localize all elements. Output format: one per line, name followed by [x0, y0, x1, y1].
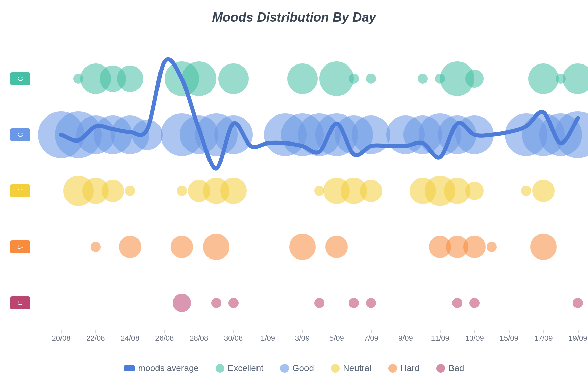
svg-point-0 — [18, 77, 19, 78]
legend-label: Excellent — [228, 363, 264, 373]
bubble-bad — [573, 298, 583, 308]
svg-line-9 — [18, 248, 22, 249]
moods-average-line — [44, 51, 578, 331]
bubble-good — [352, 115, 390, 154]
bubble-neutral — [125, 186, 135, 196]
y-icon-hard — [10, 240, 30, 253]
bubble-excellent — [366, 74, 376, 84]
svg-point-11 — [21, 301, 22, 302]
bubble-hard — [119, 236, 141, 258]
bubble-good — [214, 115, 253, 154]
bubble-neutral — [360, 180, 382, 202]
moods-chart: Moods Distribution By Day 20/0822/0824/0… — [0, 0, 588, 387]
x-tick: 24/08 — [121, 334, 139, 343]
svg-point-5 — [21, 189, 22, 190]
legend-swatch — [388, 364, 397, 373]
bubble-excellent — [287, 63, 318, 94]
svg-point-2 — [18, 133, 19, 134]
x-tick: 3/09 — [295, 334, 310, 343]
svg-point-8 — [21, 245, 22, 246]
legend-item[interactable]: Hard — [388, 363, 419, 373]
bubble-neutral — [465, 182, 484, 200]
x-axis — [44, 331, 578, 331]
bubble-neutral — [177, 186, 187, 196]
legend-label: Good — [292, 363, 314, 373]
legend-label: Bad — [448, 363, 464, 373]
y-icon-good — [10, 128, 30, 141]
bubble-excellent — [182, 61, 216, 96]
bubble-bad — [452, 298, 462, 308]
bubble-hard — [530, 234, 557, 260]
svg-point-7 — [18, 245, 19, 246]
bubble-bad — [366, 298, 376, 308]
legend-label: moods average — [138, 363, 199, 373]
bubble-hard — [463, 236, 486, 258]
y-icon-excellent — [10, 72, 30, 85]
bubble-hard — [289, 234, 316, 260]
bubble-bad — [314, 298, 324, 308]
legend-item[interactable]: moods average — [124, 363, 199, 373]
gridline — [44, 275, 578, 275]
bubble-neutral — [521, 186, 531, 196]
svg-point-4 — [18, 189, 19, 190]
bubble-hard — [487, 242, 497, 252]
svg-point-10 — [18, 301, 19, 302]
bubble-neutral — [532, 180, 555, 202]
legend-item[interactable]: Good — [280, 363, 314, 373]
bubble-good — [455, 115, 494, 154]
bubble-excellent — [563, 63, 588, 94]
x-tick: 11/09 — [431, 334, 449, 343]
x-tick: 19/09 — [568, 334, 587, 343]
legend-label: Neutral — [343, 363, 371, 373]
bubble-bad — [173, 294, 191, 312]
bubble-good — [132, 120, 163, 150]
x-tick: 26/08 — [155, 334, 174, 343]
bubble-excellent — [218, 63, 249, 94]
bubble-bad — [211, 298, 221, 308]
legend-swatch — [436, 364, 445, 373]
bubble-neutral — [220, 178, 247, 204]
y-icon-neutral — [10, 184, 30, 197]
legend-swatch — [124, 365, 135, 371]
x-tick: 20/08 — [52, 334, 70, 343]
y-icon-bad — [10, 296, 30, 309]
x-tick: 13/09 — [465, 334, 484, 343]
bubble-excellent — [528, 63, 559, 94]
bubble-hard — [203, 234, 229, 260]
legend-swatch — [216, 364, 224, 373]
gridline — [44, 163, 578, 163]
bubble-bad — [228, 298, 239, 308]
legend-label: Hard — [400, 363, 419, 373]
bubble-excellent — [117, 66, 143, 92]
bubble-excellent — [418, 74, 428, 84]
x-tick: 1/09 — [261, 334, 275, 343]
x-tick: 30/08 — [224, 334, 243, 343]
x-tick: 7/09 — [364, 334, 378, 343]
svg-point-1 — [21, 77, 22, 78]
bubble-neutral — [102, 180, 124, 202]
gridline — [44, 51, 578, 51]
legend-swatch — [280, 364, 289, 373]
bubble-bad — [349, 298, 359, 308]
legend-item[interactable]: Bad — [436, 363, 464, 373]
bubble-hard — [325, 236, 348, 258]
bubble-neutral — [314, 186, 324, 196]
bubble-hard — [91, 242, 101, 252]
bubble-hard — [171, 236, 193, 258]
x-tick: 15/09 — [500, 334, 518, 343]
legend: moods averageExcellentGoodNeutralHardBad — [0, 363, 588, 373]
svg-point-3 — [21, 133, 22, 134]
legend-swatch — [331, 364, 340, 373]
bubble-excellent — [465, 70, 484, 88]
chart-title: Moods Distribution By Day — [0, 10, 588, 25]
bubble-excellent — [349, 74, 359, 84]
legend-item[interactable]: Excellent — [216, 363, 264, 373]
x-tick: 5/09 — [329, 334, 344, 343]
gridline — [44, 219, 578, 219]
bubble-bad — [469, 298, 480, 308]
plot-area: 20/0822/0824/0826/0828/0830/081/093/095/… — [44, 51, 578, 331]
gridline — [44, 107, 578, 107]
legend-item[interactable]: Neutral — [331, 363, 371, 373]
x-tick: 9/09 — [398, 334, 413, 343]
x-tick: 28/08 — [190, 334, 208, 343]
